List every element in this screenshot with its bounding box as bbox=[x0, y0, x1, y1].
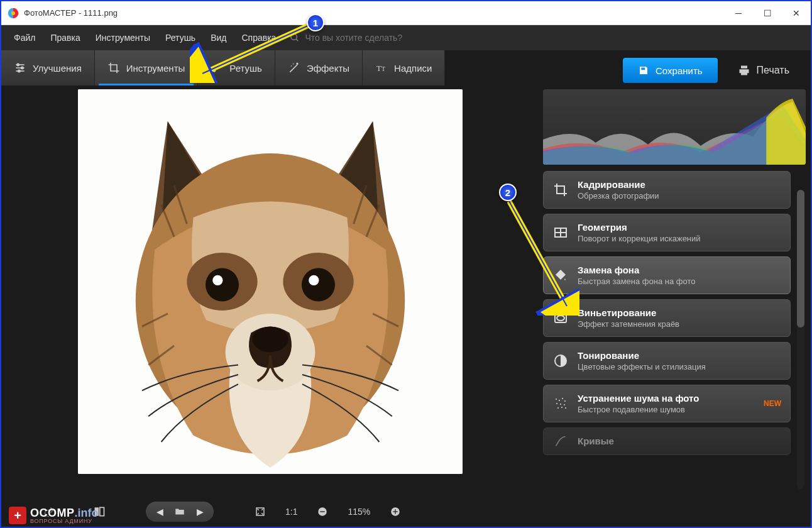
svg-point-32 bbox=[556, 403, 557, 404]
tool-title: Геометрия bbox=[578, 222, 781, 233]
search-icon bbox=[290, 33, 300, 43]
watermark: + OCOMP.info ВОПРОСЫ АДМИНУ bbox=[9, 507, 99, 524]
tool-title: Устранение шума на фото bbox=[578, 393, 755, 404]
svg-point-7 bbox=[17, 63, 19, 65]
tab-label: Улучшения bbox=[33, 63, 82, 74]
zoom-ratio[interactable]: 1:1 bbox=[279, 507, 304, 517]
noise-icon bbox=[552, 395, 569, 412]
vignette-icon bbox=[552, 310, 569, 326]
svg-text:T: T bbox=[381, 65, 385, 72]
next-image-button[interactable]: ▶ bbox=[190, 502, 210, 522]
svg-line-3 bbox=[296, 39, 298, 41]
tool-toning[interactable]: Тонирование Цветовые эффекты и стилизаци… bbox=[543, 342, 791, 380]
main-tab-bar: Улучшения Инструменты Ретушь Эффекты TT … bbox=[1, 50, 811, 85]
search-input[interactable] bbox=[305, 33, 443, 43]
tool-geometry[interactable]: Геометрия Поворот и коррекция искажений bbox=[543, 214, 791, 251]
tool-title: Кривые bbox=[578, 436, 781, 446]
menu-view[interactable]: Вид bbox=[204, 29, 233, 47]
window-titlebar: ФотоМАСТЕР - 1111.png ─ ☐ ✕ bbox=[1, 1, 811, 25]
callout-1: 1 bbox=[307, 14, 324, 31]
curves-icon bbox=[552, 433, 569, 449]
svg-point-16 bbox=[206, 268, 239, 302]
bottom-bar: ◀ ▶ 1:1 115% bbox=[1, 497, 811, 527]
tool-subtitle: Обрезка фотографии bbox=[578, 191, 781, 201]
right-panel: Кадрирование Обрезка фотографии Геометри… bbox=[539, 85, 811, 497]
tool-subtitle: Быстрая замена фона на фото bbox=[578, 277, 781, 286]
svg-text:T: T bbox=[376, 63, 381, 73]
zoom-out-button[interactable] bbox=[312, 502, 332, 522]
scroll-thumb[interactable] bbox=[797, 190, 804, 327]
tab-label: Надписи bbox=[394, 63, 432, 74]
save-button[interactable]: Сохранить bbox=[623, 58, 718, 83]
tool-subtitle: Быстрое подавление шумов bbox=[578, 405, 755, 414]
tab-label: Ретушь bbox=[229, 63, 262, 74]
save-icon bbox=[638, 65, 649, 76]
tab-retouch[interactable]: Ретушь bbox=[198, 50, 275, 85]
watermark-main: OCOMP bbox=[30, 507, 75, 519]
tab-tools[interactable]: Инструменты bbox=[95, 50, 199, 85]
tool-crop[interactable]: Кадрирование Обрезка фотографии bbox=[543, 171, 791, 209]
svg-point-9 bbox=[18, 70, 20, 72]
svg-point-33 bbox=[560, 404, 561, 405]
tool-subtitle: Цветовые эффекты и стилизация bbox=[578, 362, 781, 371]
tool-curves[interactable]: Кривые bbox=[543, 427, 791, 455]
sliders-icon bbox=[14, 62, 26, 74]
fit-screen-button[interactable] bbox=[250, 502, 270, 522]
tool-title: Тонирование bbox=[578, 350, 781, 361]
wand-icon bbox=[288, 62, 300, 74]
tool-replace-background[interactable]: Замена фона Быстрая замена фона на фото bbox=[543, 256, 791, 294]
print-label: Печать bbox=[757, 65, 789, 76]
callout-2: 2 bbox=[499, 184, 517, 201]
text-icon: TT bbox=[375, 62, 388, 74]
menu-help[interactable]: Справка bbox=[235, 29, 282, 47]
crop-icon bbox=[107, 62, 120, 74]
open-folder-button[interactable] bbox=[170, 502, 190, 522]
canvas-zone bbox=[1, 85, 539, 497]
menu-edit[interactable]: Правка bbox=[44, 29, 86, 47]
svg-point-35 bbox=[557, 407, 559, 409]
nav-group: ◀ ▶ bbox=[146, 502, 214, 522]
tab-effects[interactable]: Эффекты bbox=[275, 50, 363, 85]
menu-bar: Файл Правка Инструменты Ретушь Вид Справ… bbox=[1, 25, 811, 50]
svg-rect-42 bbox=[321, 511, 326, 512]
svg-point-26 bbox=[557, 316, 564, 321]
watermark-sub: ВОПРОСЫ АДМИНУ bbox=[30, 519, 99, 524]
svg-point-21 bbox=[252, 326, 288, 352]
svg-point-18 bbox=[212, 275, 222, 285]
grid-icon bbox=[552, 224, 569, 241]
svg-point-8 bbox=[21, 67, 23, 69]
app-icon bbox=[8, 8, 19, 19]
svg-point-1 bbox=[11, 11, 15, 15]
tool-title: Виньетирование bbox=[578, 307, 781, 318]
zoom-percent[interactable]: 115% bbox=[341, 507, 376, 517]
svg-point-29 bbox=[559, 400, 560, 401]
histogram[interactable] bbox=[543, 89, 806, 165]
new-badge: NEW bbox=[764, 399, 781, 408]
tool-list: Кадрирование Обрезка фотографии Геометри… bbox=[543, 171, 806, 497]
close-button[interactable]: ✕ bbox=[782, 1, 811, 25]
tool-denoise[interactable]: Устранение шума на фото Быстрое подавлен… bbox=[543, 385, 791, 422]
tool-subtitle: Поворот и коррекция искажений bbox=[578, 234, 781, 243]
menu-tools[interactable]: Инструменты bbox=[89, 29, 156, 47]
panel-scrollbar[interactable] bbox=[797, 190, 804, 489]
print-button[interactable]: Печать bbox=[725, 58, 802, 83]
menu-retouch[interactable]: Ретушь bbox=[159, 29, 202, 47]
prev-image-button[interactable]: ◀ bbox=[150, 502, 170, 522]
svg-point-28 bbox=[556, 399, 557, 400]
work-area: Кадрирование Обрезка фотографии Геометри… bbox=[1, 85, 811, 497]
contrast-icon bbox=[552, 353, 569, 369]
watermark-domain: .info bbox=[75, 507, 99, 519]
tab-enhancements[interactable]: Улучшения bbox=[1, 50, 95, 85]
maximize-button[interactable]: ☐ bbox=[753, 1, 782, 25]
crop-icon bbox=[552, 182, 569, 198]
tab-text[interactable]: TT Надписи bbox=[363, 50, 445, 85]
tool-title: Кадрирование bbox=[578, 179, 781, 190]
minimize-button[interactable]: ─ bbox=[724, 1, 753, 25]
canvas-image[interactable] bbox=[78, 89, 463, 474]
tool-vignette[interactable]: Виньетирование Эффект затемнения краёв bbox=[543, 299, 791, 337]
menu-file[interactable]: Файл bbox=[8, 29, 41, 47]
svg-point-37 bbox=[565, 407, 566, 409]
zoom-in-button[interactable] bbox=[385, 502, 405, 522]
svg-rect-39 bbox=[100, 507, 104, 515]
tab-label: Эффекты bbox=[307, 63, 349, 74]
